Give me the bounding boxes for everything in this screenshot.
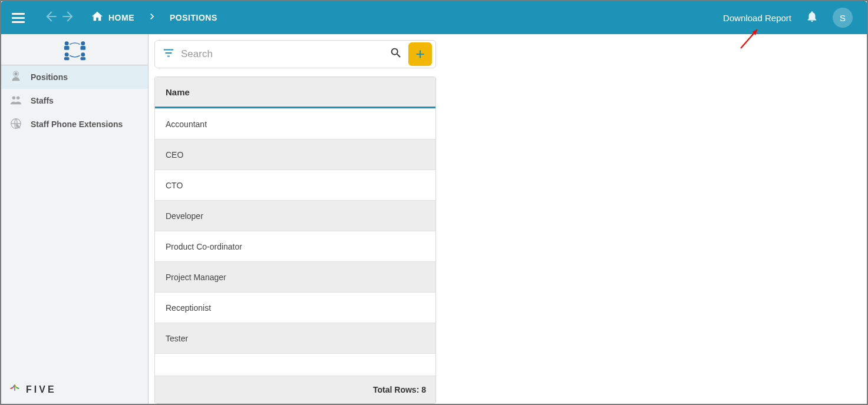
search-icon[interactable] — [390, 47, 402, 62]
brand-logo: FIVE — [8, 383, 57, 396]
sidebar-item-icon — [9, 117, 22, 132]
table-footer: Total Rows: 8 — [155, 376, 435, 403]
sidebar-logo — [1, 34, 148, 65]
sidebar-item-positions[interactable]: Positions — [1, 65, 148, 89]
sidebar-item-icon — [9, 94, 22, 108]
total-rows-count: 8 — [421, 385, 426, 394]
table-row[interactable]: Developer — [155, 200, 435, 231]
svg-point-6 — [81, 52, 85, 57]
table-row[interactable]: CTO — [155, 170, 435, 200]
main-panel: Name AccountantCEOCTODeveloperProduct Co… — [148, 34, 867, 404]
table-row[interactable]: Tester — [155, 323, 435, 353]
total-rows-label: Total Rows: — [373, 385, 419, 394]
svg-point-10 — [12, 96, 15, 99]
add-button[interactable] — [408, 42, 432, 66]
topbar: HOME POSITIONS Download Report S — [1, 1, 867, 34]
forward-arrow-icon[interactable] — [60, 9, 75, 26]
table-row[interactable]: Accountant — [155, 108, 435, 139]
svg-point-11 — [16, 96, 19, 99]
home-label: HOME — [108, 13, 134, 22]
notifications-icon[interactable] — [806, 10, 819, 25]
svg-rect-3 — [80, 46, 85, 50]
back-arrow-icon[interactable] — [44, 9, 59, 26]
search-input[interactable] — [181, 48, 384, 60]
table-row[interactable]: Receptionist — [155, 292, 435, 323]
download-report-link[interactable]: Download Report — [723, 13, 791, 23]
home-icon — [91, 10, 104, 25]
svg-rect-5 — [64, 57, 69, 60]
home-breadcrumb[interactable]: HOME — [91, 10, 134, 25]
sidebar-item-label: Staffs — [31, 96, 54, 105]
svg-point-4 — [64, 52, 68, 57]
positions-table: Name AccountantCEOCTODeveloperProduct Co… — [154, 77, 436, 404]
svg-point-2 — [81, 41, 85, 45]
sidebar-item-label: Positions — [31, 72, 68, 82]
table-row[interactable]: Product Co-ordinator — [155, 231, 435, 261]
sidebar-item-staff-phone-extensions[interactable]: Staff Phone Extensions — [1, 112, 148, 136]
sidebar-footer: FIVE — [1, 376, 148, 404]
svg-rect-7 — [80, 57, 85, 60]
table-row[interactable]: CEO — [155, 139, 435, 170]
user-avatar[interactable]: S — [833, 8, 853, 28]
table-blank-row — [155, 353, 435, 376]
chevron-right-icon — [146, 11, 158, 25]
sidebar-item-icon — [9, 70, 22, 85]
breadcrumb-current[interactable]: POSITIONS — [170, 13, 217, 22]
search-bar — [154, 40, 436, 68]
brand-name: FIVE — [26, 384, 57, 395]
svg-point-0 — [64, 41, 68, 45]
svg-rect-1 — [64, 46, 69, 50]
menu-icon[interactable] — [12, 10, 27, 25]
table-row[interactable]: Project Manager — [155, 261, 435, 292]
nav-arrows — [44, 9, 75, 26]
sidebar-item-staffs[interactable]: Staffs — [1, 89, 148, 112]
sidebar: PositionsStaffsStaff Phone Extensions FI… — [1, 34, 148, 404]
sidebar-item-label: Staff Phone Extensions — [31, 119, 123, 129]
filter-icon[interactable] — [162, 47, 175, 62]
table-header-name[interactable]: Name — [155, 77, 435, 108]
svg-point-8 — [14, 72, 18, 75]
